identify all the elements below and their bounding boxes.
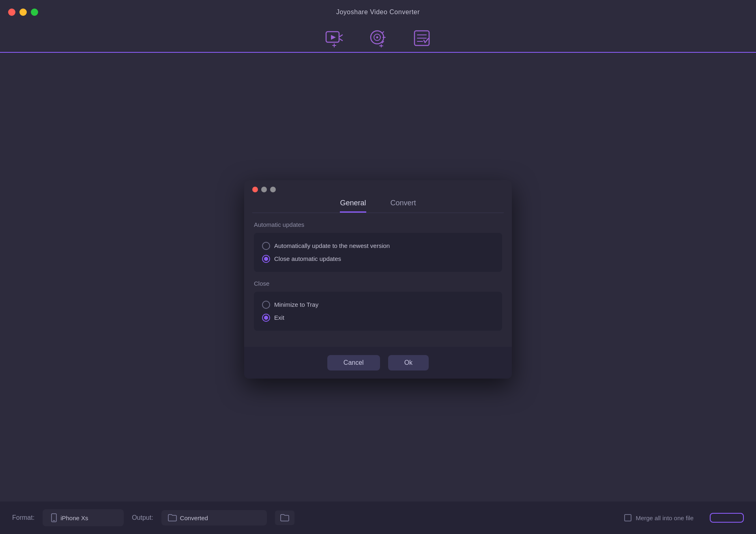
- minimize-tray-label: Minimize to Tray: [274, 301, 318, 308]
- tab-convert[interactable]: Convert: [391, 199, 416, 213]
- title-bar: Joyoshare Video Converter: [0, 0, 756, 24]
- ok-button[interactable]: Ok: [388, 355, 429, 370]
- merge-label: Merge all into one file: [636, 515, 694, 521]
- modal-close-button[interactable]: [252, 187, 258, 192]
- minimize-button[interactable]: [19, 9, 27, 16]
- toolbar: [0, 24, 756, 53]
- browse-folder-button[interactable]: [275, 510, 294, 525]
- modal-overlay: General Convert Automatic updates Automa…: [0, 57, 756, 502]
- modal-title-bar: [244, 180, 512, 192]
- cancel-button[interactable]: Cancel: [327, 355, 380, 370]
- minimize-tray-radio[interactable]: [262, 301, 270, 309]
- modal-tabs: General Convert: [244, 192, 512, 213]
- modal-maximize-button[interactable]: [270, 187, 276, 192]
- status-bar: Format: iPhone Xs Output: Converted Merg…: [0, 502, 756, 534]
- add-video-button[interactable]: [324, 28, 344, 48]
- automatic-updates-box: Automatically update to the newest versi…: [254, 233, 502, 272]
- modal-minimize-button[interactable]: [261, 187, 267, 192]
- format-label: Format:: [12, 514, 34, 521]
- modal-footer: Cancel Ok: [244, 347, 512, 379]
- automatic-updates-label: Automatic updates: [254, 221, 502, 228]
- folder-icon: [168, 514, 177, 521]
- settings-modal: General Convert Automatic updates Automa…: [244, 180, 512, 379]
- auto-update-label: Automatically update to the newest versi…: [274, 242, 390, 249]
- svg-line-3: [340, 39, 342, 41]
- phone-icon: [51, 513, 57, 522]
- maximize-button[interactable]: [31, 9, 38, 16]
- exit-label: Exit: [274, 314, 284, 321]
- close-box: Minimize to Tray Exit: [254, 292, 502, 331]
- close-updates-option[interactable]: Close automatic updates: [262, 252, 494, 265]
- close-label: Close: [254, 280, 502, 287]
- output-value: Converted: [180, 515, 208, 521]
- svg-line-9: [382, 32, 384, 33]
- close-updates-label: Close automatic updates: [274, 255, 341, 262]
- svg-marker-1: [331, 35, 336, 40]
- merge-checkbox[interactable]: [624, 514, 631, 521]
- minimize-tray-option[interactable]: Minimize to Tray: [262, 298, 494, 311]
- format-value: iPhone Xs: [60, 515, 88, 521]
- close-button[interactable]: [8, 9, 15, 16]
- traffic-lights: [8, 9, 38, 16]
- convert-button[interactable]: [710, 513, 744, 523]
- auto-update-option[interactable]: Automatically update to the newest versi…: [262, 239, 494, 252]
- exit-radio[interactable]: [262, 314, 270, 322]
- merge-option: Merge all into one file: [624, 514, 694, 521]
- output-label: Output:: [132, 514, 153, 521]
- main-content: General Convert Automatic updates Automa…: [0, 57, 756, 502]
- task-list-button[interactable]: [412, 28, 432, 48]
- exit-option[interactable]: Exit: [262, 311, 494, 324]
- browse-icon: [280, 514, 290, 522]
- add-audio-button[interactable]: [368, 28, 388, 48]
- tab-general[interactable]: General: [340, 199, 366, 213]
- svg-line-2: [340, 35, 342, 37]
- svg-point-8: [376, 37, 378, 39]
- auto-update-radio[interactable]: [262, 242, 270, 250]
- close-updates-radio[interactable]: [262, 255, 270, 263]
- output-field: Converted: [161, 510, 267, 525]
- format-field: iPhone Xs: [43, 509, 124, 526]
- app-title: Joyoshare Video Converter: [336, 9, 420, 16]
- modal-body: Automatic updates Automatically update t…: [244, 213, 512, 347]
